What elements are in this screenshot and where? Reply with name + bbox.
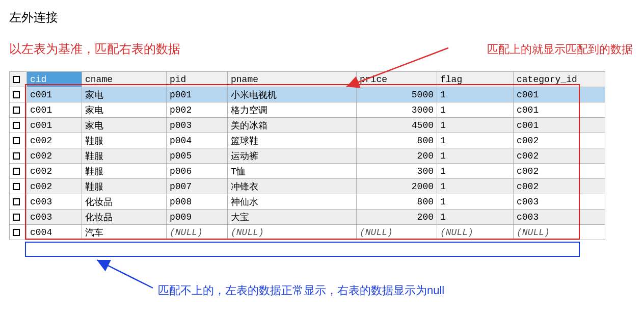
result-table: cid cname pid pname price flag category_… (9, 71, 605, 240)
cell: c002 (27, 148, 82, 164)
cell: 美的冰箱 (228, 118, 357, 133)
row-checkbox-cell[interactable] (10, 179, 27, 194)
cell: 小米电视机 (228, 87, 357, 102)
cell: c003 (514, 210, 605, 225)
cell: c002 (514, 148, 605, 164)
checkbox-icon (13, 152, 20, 160)
table-row[interactable]: c002鞋服p006T恤3001c002 (10, 164, 605, 179)
column-header-pname[interactable]: pname (228, 72, 357, 87)
checkbox-icon (13, 229, 20, 236)
row-checkbox-cell[interactable] (10, 118, 27, 133)
annotation-box-unmatched (25, 242, 580, 257)
svg-line-1 (97, 260, 153, 288)
cell: 汽车 (82, 225, 167, 240)
row-checkbox-cell[interactable] (10, 210, 27, 225)
column-header-cname[interactable]: cname (82, 72, 167, 87)
header-checkbox-cell[interactable] (10, 72, 27, 87)
cell: (NULL) (357, 225, 437, 240)
cell: 4500 (357, 118, 437, 133)
column-header-flag[interactable]: flag (437, 72, 514, 87)
cell: (NULL) (514, 225, 605, 240)
cell: c002 (514, 179, 605, 194)
cell: c002 (27, 164, 82, 179)
cell: 化妆品 (82, 194, 167, 210)
checkbox-icon (13, 137, 20, 144)
annotation-blue: 匹配不上的，左表的数据正常显示，右表的数据显示为null (158, 283, 444, 298)
cell: p004 (167, 133, 228, 148)
cell: c001 (27, 87, 82, 102)
cell: 鞋服 (82, 133, 167, 148)
cell: 家电 (82, 118, 167, 133)
cell: 家电 (82, 87, 167, 102)
table-row[interactable]: c001家电p003美的冰箱45001c001 (10, 118, 605, 133)
table-row[interactable]: c004汽车(NULL)(NULL)(NULL)(NULL)(NULL) (10, 225, 605, 240)
cell: 1 (437, 118, 514, 133)
cell: p002 (167, 102, 228, 118)
table-row[interactable]: c002鞋服p005运动裤2001c002 (10, 148, 605, 164)
table-row[interactable]: c001家电p002格力空调30001c001 (10, 102, 605, 118)
cell: (NULL) (437, 225, 514, 240)
cell: 运动裤 (228, 148, 357, 164)
cell: p008 (167, 194, 228, 210)
cell: 鞋服 (82, 148, 167, 164)
cell: (NULL) (167, 225, 228, 240)
column-header-price[interactable]: price (357, 72, 437, 87)
cell: 神仙水 (228, 194, 357, 210)
checkbox-icon (13, 107, 20, 114)
cell: 大宝 (228, 210, 357, 225)
page-title: 左外连接 (9, 9, 644, 25)
checkbox-icon (13, 214, 20, 221)
cell: 1 (437, 179, 514, 194)
table-row[interactable]: c002鞋服p007冲锋衣20001c002 (10, 179, 605, 194)
checkbox-icon (13, 91, 20, 98)
cell: 篮球鞋 (228, 133, 357, 148)
cell: 800 (357, 133, 437, 148)
row-checkbox-cell[interactable] (10, 164, 27, 179)
cell: 300 (357, 164, 437, 179)
checkbox-icon (13, 198, 20, 205)
cell: c002 (514, 164, 605, 179)
column-header-pid[interactable]: pid (167, 72, 228, 87)
row-checkbox-cell[interactable] (10, 148, 27, 164)
cell: c002 (514, 133, 605, 148)
row-checkbox-cell[interactable] (10, 225, 27, 240)
cell: 3000 (357, 102, 437, 118)
table-row[interactable]: c002鞋服p004篮球鞋8001c002 (10, 133, 605, 148)
cell: c003 (514, 194, 605, 210)
cell: c003 (27, 210, 82, 225)
cell: 1 (437, 194, 514, 210)
cell: 1 (437, 148, 514, 164)
checkbox-icon (13, 76, 20, 83)
cell: c002 (27, 133, 82, 148)
cell: c003 (27, 194, 82, 210)
column-header-cid[interactable]: cid (27, 72, 82, 87)
cell: c001 (27, 102, 82, 118)
table-row[interactable]: c003化妆品p009大宝2001c003 (10, 210, 605, 225)
cell: 格力空调 (228, 102, 357, 118)
table-row[interactable]: c001家电p001小米电视机50001c001 (10, 87, 605, 102)
cell: 1 (437, 133, 514, 148)
cell: 1 (437, 87, 514, 102)
row-checkbox-cell[interactable] (10, 102, 27, 118)
cell: 1 (437, 164, 514, 179)
cell: c001 (514, 118, 605, 133)
cell: p007 (167, 179, 228, 194)
cell: 200 (357, 210, 437, 225)
cell: c001 (27, 118, 82, 133)
column-header-category-id[interactable]: category_id (514, 72, 605, 87)
cell: p009 (167, 210, 228, 225)
cell: 5000 (357, 87, 437, 102)
row-checkbox-cell[interactable] (10, 194, 27, 210)
cell: (NULL) (228, 225, 357, 240)
row-checkbox-cell[interactable] (10, 87, 27, 102)
cell: p001 (167, 87, 228, 102)
annotation-red: 匹配上的就显示匹配到的数据 (487, 42, 633, 57)
cell: 1 (437, 210, 514, 225)
row-checkbox-cell[interactable] (10, 133, 27, 148)
table-row[interactable]: c003化妆品p008神仙水8001c003 (10, 194, 605, 210)
cell: p006 (167, 164, 228, 179)
cell: 1 (437, 102, 514, 118)
cell: c004 (27, 225, 82, 240)
cell: c001 (514, 102, 605, 118)
cell: p005 (167, 148, 228, 164)
